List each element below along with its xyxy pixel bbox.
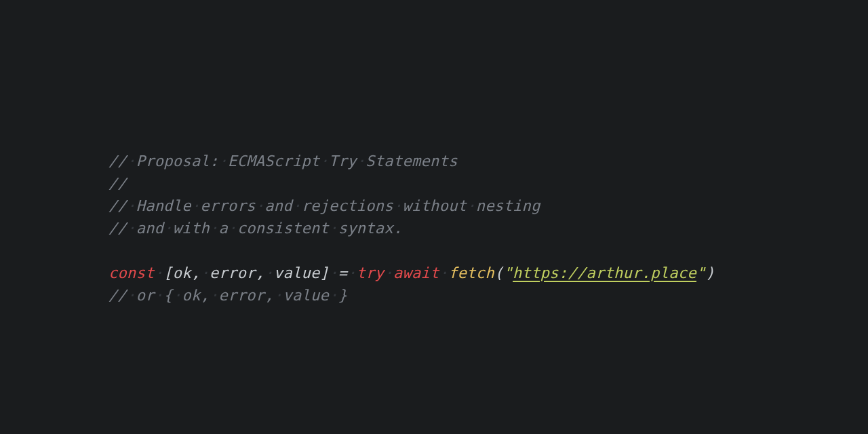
comment-line-5: //·or·{·ok,·error,·value·} — [108, 287, 347, 304]
url-link[interactable]: https://arthur.place — [513, 264, 696, 281]
code-block: //·Proposal:·ECMAScript·Try·Statements /… — [0, 127, 715, 307]
identifier: value — [274, 264, 320, 281]
close-bracket: ] — [320, 264, 330, 281]
comment-line-1: //·Proposal:·ECMAScript·Try·Statements — [108, 153, 458, 170]
code-line: //·Proposal:·ECMAScript·Try·Statements — [108, 153, 458, 170]
identifier: ok — [173, 264, 191, 281]
string-literal: "https://arthur.place" — [504, 264, 706, 281]
code-line: //·and·with·a·consistent·syntax. — [108, 220, 402, 237]
code-line: // — [108, 175, 127, 192]
blank-line — [108, 242, 118, 259]
close-paren: ) — [706, 264, 715, 281]
open-bracket: [ — [163, 264, 173, 281]
open-paren: ( — [494, 264, 504, 281]
identifier: error — [210, 264, 256, 281]
function-name: fetch — [448, 264, 494, 281]
code-line: //·Handle·errors·and·rejections·without·… — [108, 197, 540, 214]
comment-line-4: //·and·with·a·consistent·syntax. — [108, 220, 402, 237]
keyword-try: try — [357, 264, 384, 281]
keyword-const: const — [108, 264, 155, 281]
code-line: //·or·{·ok,·error,·value·} — [108, 287, 347, 304]
comment-line-2: // — [108, 175, 127, 192]
keyword-await: await — [393, 264, 439, 281]
code-snippet-card: //·Proposal:·ECMAScript·Try·Statements /… — [0, 0, 868, 434]
comment-line-3: //·Handle·errors·and·rejections·without·… — [108, 197, 540, 214]
equals: = — [338, 264, 348, 281]
code-line: const·[ok,·error,·value]·=·try·await·fet… — [108, 264, 715, 281]
